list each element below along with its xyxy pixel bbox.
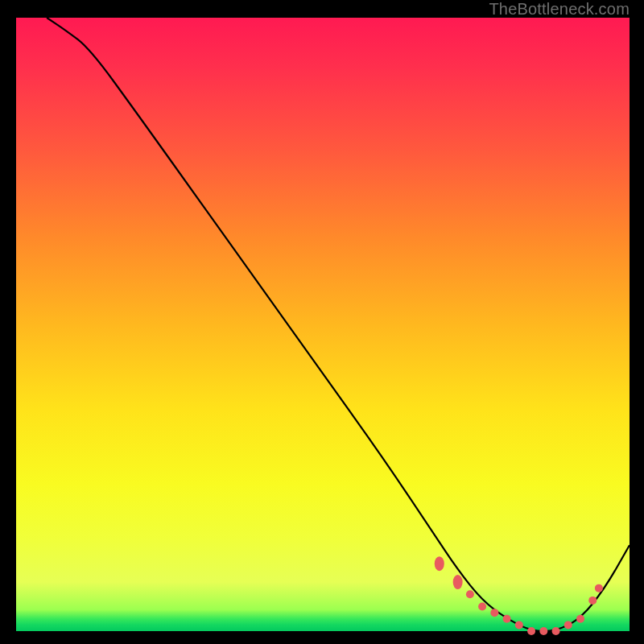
trough-marker <box>564 621 572 629</box>
trough-markers <box>435 556 603 635</box>
trough-marker <box>539 627 547 635</box>
trough-marker <box>490 609 498 617</box>
curve-layer <box>16 18 630 631</box>
trough-marker <box>435 556 444 571</box>
trough-marker <box>453 575 463 589</box>
trough-marker <box>503 615 511 623</box>
chart-frame: TheBottleneck.com <box>0 0 644 644</box>
trough-marker <box>588 597 597 605</box>
trough-marker <box>527 627 535 635</box>
trough-marker <box>466 590 474 598</box>
plot-area <box>16 18 630 631</box>
trough-marker <box>595 584 603 592</box>
trough-marker <box>552 627 560 635</box>
trough-marker <box>478 603 486 611</box>
trough-marker <box>576 615 584 623</box>
bottleneck-curve-line <box>47 18 630 631</box>
watermark-text: TheBottleneck.com <box>489 0 630 19</box>
trough-marker <box>515 621 523 629</box>
